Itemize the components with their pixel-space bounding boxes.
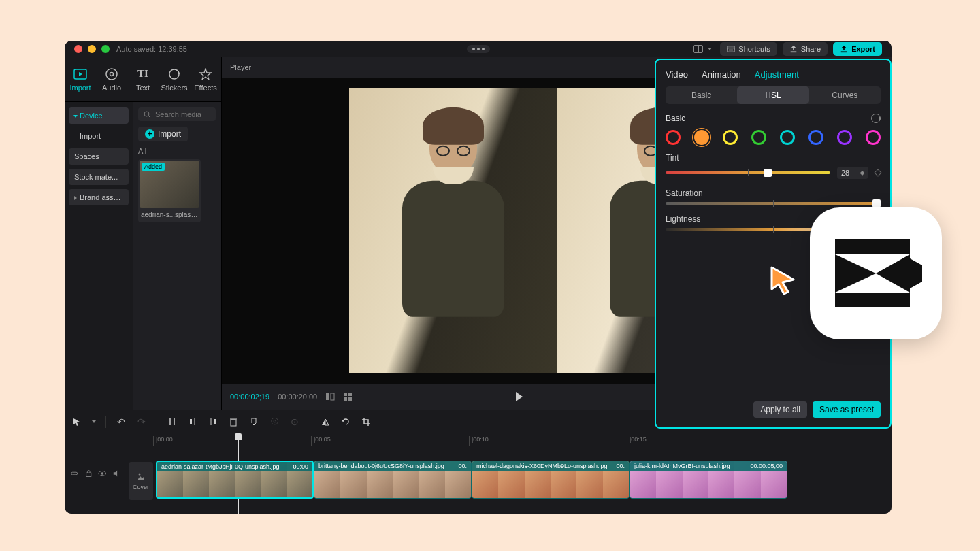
search-icon <box>144 111 151 118</box>
link-icon[interactable] <box>70 469 79 478</box>
tab-stickers[interactable]: Stickers <box>159 57 190 101</box>
timeline-ruler[interactable]: |00:00 |00:05 |00:10 |00:15 <box>153 433 892 448</box>
svg-rect-16 <box>348 393 352 396</box>
color-blue[interactable] <box>808 130 823 145</box>
record-tool[interactable]: ⦾ <box>269 416 280 427</box>
pointer-tool[interactable] <box>71 416 82 427</box>
sub-tabs: Basic HSL Curves <box>666 86 881 104</box>
section-title: Basic <box>666 114 685 123</box>
eye-icon[interactable] <box>98 469 107 478</box>
left-nav: Import Audio TI Text Stickers Effects <box>65 57 221 410</box>
play-button[interactable] <box>516 392 523 401</box>
voiceover-tool[interactable]: ⊙ <box>289 416 300 427</box>
rotate-tool[interactable] <box>340 416 351 427</box>
layout-switcher[interactable] <box>691 42 715 56</box>
color-purple[interactable] <box>837 130 852 145</box>
delete-tool[interactable] <box>228 416 239 427</box>
traffic-lights <box>74 45 110 53</box>
stepper-icon[interactable] <box>860 171 864 176</box>
color-green[interactable] <box>751 130 766 145</box>
track-controls <box>65 461 126 514</box>
tint-label: Tint <box>666 153 881 163</box>
svg-rect-29 <box>71 472 78 475</box>
titlebar-menu[interactable] <box>467 45 490 53</box>
close-window[interactable] <box>74 45 82 53</box>
media-thumb[interactable]: Added aedrian-s...splash.jpg <box>138 159 201 222</box>
keyframe-tint[interactable] <box>874 169 881 176</box>
tab-animation[interactable]: Animation <box>702 69 741 80</box>
marker-tool[interactable] <box>248 416 259 427</box>
tab-video[interactable]: Video <box>666 69 688 80</box>
color-red[interactable] <box>666 130 681 145</box>
tab-text[interactable]: TI Text <box>127 57 159 101</box>
playhead[interactable] <box>235 433 242 440</box>
saturation-slider[interactable] <box>666 202 881 205</box>
svg-rect-17 <box>344 397 347 401</box>
timecode-total: 00:00:20;00 <box>278 393 317 401</box>
mute-icon[interactable] <box>112 469 121 478</box>
sidebar-item-stock[interactable]: Stock mate... <box>69 169 129 185</box>
search-input[interactable]: Search media <box>138 107 216 121</box>
caret-down-icon[interactable] <box>92 420 96 423</box>
sidebar-item-import[interactable]: Import <box>69 128 129 144</box>
color-cyan[interactable] <box>780 130 795 145</box>
cover-button[interactable]: Cover <box>129 462 153 500</box>
svg-rect-0 <box>728 46 735 52</box>
tab-import[interactable]: Import <box>65 57 96 101</box>
subtab-hsl[interactable]: HSL <box>737 86 808 104</box>
export-icon <box>840 45 848 53</box>
color-yellow[interactable] <box>723 130 738 145</box>
lock-icon[interactable] <box>84 469 93 478</box>
share-button[interactable]: Share <box>783 42 828 56</box>
filter-all[interactable]: All <box>138 147 216 155</box>
sidebar-item-spaces[interactable]: Spaces <box>69 148 129 165</box>
shortcuts-button[interactable]: Shortcuts <box>720 42 777 56</box>
crop-tool[interactable] <box>361 416 372 427</box>
subtab-curves[interactable]: Curves <box>809 86 881 104</box>
sidebar: Device Import Spaces Stock mate... Brand… <box>65 102 133 410</box>
svg-rect-13 <box>326 393 329 400</box>
color-magenta[interactable] <box>866 130 881 145</box>
tab-effects[interactable]: Effects <box>190 57 221 101</box>
split-tool[interactable] <box>167 416 178 427</box>
color-orange[interactable] <box>694 130 709 145</box>
sidebar-item-brand[interactable]: Brand assets <box>69 189 129 205</box>
svg-rect-3 <box>733 48 734 49</box>
undo-button[interactable]: ↶ <box>116 416 127 427</box>
svg-rect-5 <box>791 51 797 52</box>
svg-line-12 <box>149 116 151 118</box>
top-tabs: Import Audio TI Text Stickers Effects <box>65 57 221 102</box>
minimize-window[interactable] <box>88 45 96 53</box>
sidebar-item-device[interactable]: Device <box>69 107 129 124</box>
svg-rect-26 <box>214 419 216 424</box>
apply-to-all-button[interactable]: Apply to all <box>753 401 807 418</box>
maximize-window[interactable] <box>101 45 110 53</box>
trim-right-tool[interactable] <box>208 416 218 427</box>
saturation-label: Saturation <box>666 188 881 198</box>
mirror-tool[interactable] <box>320 416 331 427</box>
export-button[interactable]: Export <box>833 42 882 56</box>
redo-button[interactable]: ↷ <box>136 416 147 427</box>
subtab-basic[interactable]: Basic <box>666 86 737 104</box>
svg-rect-4 <box>729 50 733 51</box>
tint-slider[interactable] <box>666 171 830 174</box>
clip-4[interactable]: julia-kim-ldAIhMvGrBI-unsplash.jpg00:00:… <box>630 461 787 499</box>
clip-3[interactable]: michael-dagonakis-X60DyNMb9Lo-unsplash.j… <box>472 461 630 499</box>
tint-thumb[interactable] <box>764 169 772 177</box>
tab-audio[interactable]: Audio <box>96 57 127 101</box>
trim-left-tool[interactable] <box>187 416 198 427</box>
svg-point-11 <box>144 112 149 116</box>
reset-button[interactable] <box>871 114 881 123</box>
clips-row: aedrian-salazar-tMgbJsHjF0Q-unsplash.jpg… <box>156 461 892 500</box>
grid-icon[interactable] <box>343 392 353 401</box>
audio-icon <box>105 67 118 81</box>
tint-value[interactable]: 28 <box>837 167 868 179</box>
compare-icon[interactable] <box>325 392 335 401</box>
saturation-thumb[interactable] <box>872 199 881 207</box>
import-media-button[interactable]: + Import <box>138 127 188 141</box>
tab-adjustment[interactable]: Adjustment <box>755 69 799 80</box>
save-preset-button[interactable]: Save as preset <box>813 401 881 418</box>
svg-point-32 <box>101 472 103 475</box>
clip-1[interactable]: aedrian-salazar-tMgbJsHjF0Q-unsplash.jpg… <box>156 461 314 499</box>
clip-2[interactable]: brittany-bendabout-0j6uUcSG8iY-unsplash.… <box>314 461 472 499</box>
